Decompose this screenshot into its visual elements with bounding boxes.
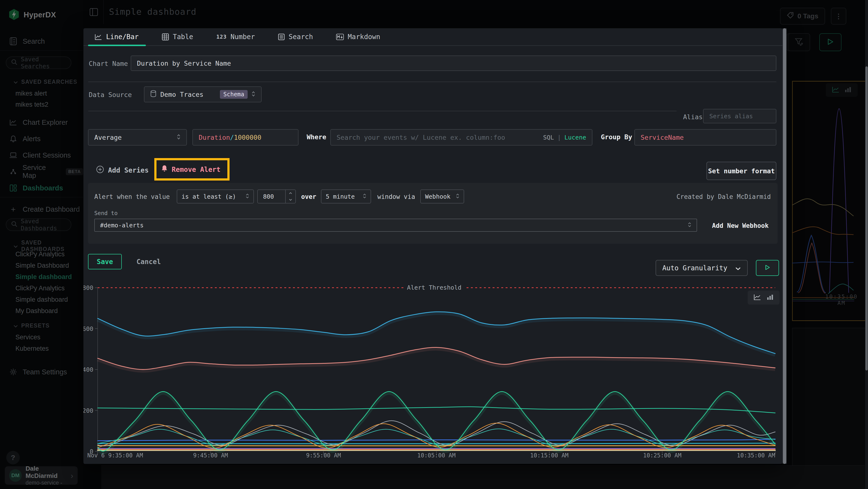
svg-text:400: 400: [84, 366, 93, 373]
line-chart-icon: [94, 33, 102, 40]
add-new-webhook-button[interactable]: Add New Webhook: [712, 222, 769, 229]
svg-text:9:55:00 AM: 9:55:00 AM: [306, 452, 341, 459]
select-updown-icon: [251, 91, 255, 98]
circle-plus-icon: [96, 165, 104, 175]
markdown-icon: [336, 34, 344, 40]
tab-table[interactable]: Table: [162, 28, 193, 46]
select-updown-icon: [177, 134, 181, 141]
svg-text:9:45:00 AM: 9:45:00 AM: [193, 452, 228, 459]
number-stepper[interactable]: [285, 190, 296, 203]
select-updown-icon: [456, 193, 459, 200]
divider: [88, 82, 776, 82]
tab-markdown[interactable]: Markdown: [336, 28, 380, 46]
set-number-format-button[interactable]: Set number format: [707, 162, 776, 180]
tab-line-bar[interactable]: Line/Bar: [94, 28, 138, 46]
chart-name-input[interactable]: Duration by Service Name: [131, 56, 776, 71]
play-icon: [765, 264, 770, 271]
alert-prefix-label: Alert when the value: [94, 193, 170, 200]
lucene-option[interactable]: Lucene: [564, 134, 586, 141]
edit-chart-modal: Line/Bar Table 123 Number Search Markdow…: [84, 28, 782, 464]
alert-threshold-input[interactable]: 800: [257, 190, 296, 203]
svg-text:10:35:00 AM: 10:35:00 AM: [737, 452, 775, 459]
data-source-select[interactable]: Demo Traces Schema: [144, 86, 261, 102]
series-row: Average Duration/1000000 Where Search yo…: [84, 129, 782, 146]
over-label: over: [301, 193, 316, 200]
aggregation-select[interactable]: Average: [88, 129, 187, 146]
svg-text:Alert Threshold: Alert Threshold: [407, 284, 462, 291]
table-icon: [162, 33, 169, 40]
group-by-label: Group By: [601, 133, 632, 141]
select-updown-icon: [688, 222, 691, 229]
granularity-select[interactable]: Auto Granularity: [656, 260, 748, 276]
tab-search[interactable]: Search: [278, 28, 313, 46]
bell-icon: [161, 165, 168, 174]
select-updown-icon: [246, 193, 249, 200]
chart-type-tabs: Line/Bar Table 123 Number Search Markdow…: [84, 28, 782, 46]
modal-scrollbar[interactable]: [782, 28, 787, 464]
alert-channel-select[interactable]: Webhook: [420, 190, 464, 203]
remove-alert-button[interactable]: Remove Alert: [161, 163, 220, 176]
svg-text:Nov 6 9:35:00 AM: Nov 6 9:35:00 AM: [87, 452, 143, 459]
where-label: Where: [307, 133, 326, 141]
chevron-down-icon: [735, 264, 741, 272]
cancel-button[interactable]: Cancel: [136, 258, 161, 266]
stepper-down-icon[interactable]: [286, 197, 296, 203]
number-123-icon: 123: [216, 34, 227, 40]
sql-option[interactable]: SQL: [543, 134, 554, 141]
stepper-up-icon[interactable]: [286, 190, 296, 197]
where-search-input[interactable]: Search your events w/ Lucene ex. column:…: [330, 129, 592, 146]
alias-input[interactable]: Series alias: [703, 109, 776, 123]
send-to-select[interactable]: #demo-alerts: [94, 219, 697, 232]
search-list-icon: [278, 33, 285, 40]
svg-text:10:25:00 AM: 10:25:00 AM: [643, 452, 681, 459]
data-source-label: Data Source: [89, 91, 132, 98]
svg-text:200: 200: [84, 407, 93, 414]
group-by-input[interactable]: ServiceName: [634, 129, 776, 146]
database-icon: [150, 90, 156, 99]
alias-label: Alias: [683, 113, 703, 121]
field-expression-input[interactable]: Duration/1000000: [192, 129, 299, 146]
bar-chart-icon[interactable]: [767, 294, 774, 301]
alert-condition-select[interactable]: is at least (≥): [177, 190, 254, 203]
add-series-button[interactable]: Add Series: [96, 165, 149, 175]
created-by-label: Created by Dale McDiarmid: [677, 193, 771, 200]
svg-text:10:05:00 AM: 10:05:00 AM: [417, 452, 456, 459]
select-updown-icon: [363, 193, 366, 200]
svg-text:10:15:00 AM: 10:15:00 AM: [530, 452, 568, 459]
modal-chart-type-toggle[interactable]: [748, 291, 779, 305]
run-chart-button[interactable]: [756, 260, 779, 276]
chart-name-label: Chart Name: [89, 60, 128, 67]
app-root: Simple dashboard 0 Tags ⋮: [0, 0, 868, 489]
page-scrollbar[interactable]: [865, 0, 868, 489]
language-switch[interactable]: SQL | Lucene: [543, 134, 586, 141]
save-button[interactable]: Save: [88, 254, 122, 269]
svg-text:600: 600: [84, 325, 93, 333]
send-to-label: Send to: [94, 210, 118, 216]
svg-text:800: 800: [84, 284, 93, 291]
tab-number[interactable]: 123 Number: [216, 28, 255, 46]
duration-chart[interactable]: 0200400600800Nov 6 9:35:00 AM9:45:00 AM9…: [84, 283, 782, 464]
alert-window-select[interactable]: 5 minute: [321, 190, 371, 203]
window-via-label: window via: [377, 193, 415, 200]
alert-settings-panel: Alert when the value is at least (≥) 800…: [88, 183, 778, 244]
line-chart-icon[interactable]: [754, 294, 761, 301]
schema-badge: Schema: [220, 90, 248, 99]
divider: [88, 111, 677, 111]
